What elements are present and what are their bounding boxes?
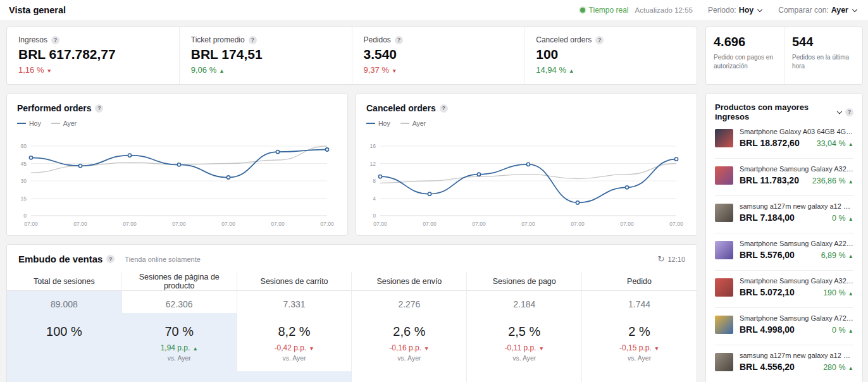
compare-dropdown[interactable]: Comparar con: Ayer xyxy=(778,6,857,15)
help-icon[interactable]: ? xyxy=(845,108,853,116)
product-name: Smartphone Samsung Galaxy A32 128GB xyxy=(740,165,853,173)
product-revenue: BRL 5.576,00 xyxy=(740,250,795,260)
kpi-delta: 1,16 %▼ xyxy=(18,65,168,75)
period-dropdown[interactable]: Periodo: Hoy xyxy=(708,6,762,15)
svg-text:07:00: 07:00 xyxy=(24,221,38,227)
funnel-percent: 2,6 % xyxy=(352,324,466,339)
product-thumbnail xyxy=(715,129,733,147)
funnel-count: 1.744 xyxy=(582,299,697,309)
funnel-column-header: Sesiones de envío xyxy=(352,272,466,291)
realtime-indicator: Tiempo real xyxy=(580,6,629,15)
funnel-vs-label: vs. Ayer xyxy=(237,354,352,362)
svg-text:07:00: 07:00 xyxy=(73,221,87,227)
counter-label: Pedido con pagos en autorización xyxy=(714,53,776,70)
kpi-value: BRL 174,51 xyxy=(191,47,340,62)
kpi-summary-card: Ingresos ? BRL 617.782,77 1,16 %▼ Ticket… xyxy=(6,27,697,85)
performed-orders-line-chart: 01530456007:0007:0007:0007:0007:0007:000… xyxy=(17,128,338,228)
topbar: Vista general Tiempo real Actualizado 12… xyxy=(0,0,868,20)
svg-text:07:00: 07:00 xyxy=(221,221,235,227)
canceled-orders-chart-card: Canceled orders ? Hoy Ayer 048121607:000… xyxy=(356,93,697,236)
funnel-delta-arrow-icon: ▼ xyxy=(309,345,314,352)
product-delta: 190 %▲ xyxy=(823,288,853,297)
funnel-percent: 70 % xyxy=(122,324,237,339)
product-thumbnail xyxy=(715,353,733,371)
product-thumbnail xyxy=(715,166,733,185)
funnel-column: Sesiones de pago 2.184 2,5 % -0,11 p.p.▼… xyxy=(466,272,581,382)
svg-text:60: 60 xyxy=(21,143,27,149)
funnel-column: Sesiones de envío 2.276 2,6 % -0,16 p.p.… xyxy=(351,272,466,382)
legend-item-hoy: Hoy xyxy=(17,120,41,127)
topbar-controls: Tiempo real Actualizado 12:55 Periodo: H… xyxy=(580,6,859,15)
legend-item-ayer: Ayer xyxy=(400,120,426,127)
legend-label: Hoy xyxy=(378,120,390,127)
product-list-item[interactable]: Smartphone Samsung Galaxy A32 128GB BRL … xyxy=(715,271,853,308)
funnel-delta-arrow-icon: ▲ xyxy=(192,345,197,352)
help-icon[interactable]: ? xyxy=(51,36,59,44)
funnel-bar xyxy=(237,371,352,382)
product-delta-arrow-icon: ▲ xyxy=(848,216,853,222)
svg-text:0: 0 xyxy=(373,213,376,219)
refresh-icon: ↻ xyxy=(658,255,665,263)
funnel-subtitle: Tienda online solamente xyxy=(125,256,200,263)
kpi-label: Pedidos xyxy=(364,35,391,44)
funnel-count: 2.276 xyxy=(352,299,466,309)
funnel-delta: 1,94 p.p.▲ xyxy=(122,343,237,352)
product-list-item[interactable]: samsung a127m new galaxy a12 64gb BRL 7.… xyxy=(715,196,853,233)
main-content: Ingresos ? BRL 617.782,77 1,16 %▼ Ticket… xyxy=(0,20,868,382)
help-icon[interactable]: ? xyxy=(95,104,103,113)
funnel-column-header: Pedido xyxy=(582,272,697,291)
product-revenue: BRL 5.072,10 xyxy=(740,287,795,297)
funnel-percent: 2 % xyxy=(582,324,697,339)
help-icon[interactable]: ? xyxy=(106,255,115,263)
legend-line-icon xyxy=(17,123,26,124)
page-title: Vista general xyxy=(9,5,66,15)
kpi-delta-value: 9,37 % xyxy=(364,65,389,75)
sales-funnel-card: Embudo de ventas ? Tienda online solamen… xyxy=(6,244,697,382)
product-revenue: BRL 4.556,20 xyxy=(740,362,795,372)
funnel-delta: -0,15 p.p.▼ xyxy=(582,343,697,352)
product-revenue: BRL 11.783,20 xyxy=(740,175,799,185)
funnel-column-body: 62.306 70 % 1,94 p.p.▲ vs. Ayer xyxy=(122,291,237,382)
kpi-label: Ticket promedio xyxy=(191,35,245,44)
svg-text:07:00: 07:00 xyxy=(571,221,585,227)
help-icon[interactable]: ? xyxy=(595,36,604,44)
svg-text:07:00: 07:00 xyxy=(620,221,634,227)
funnel-column-body: 89.008 100 % xyxy=(7,291,121,382)
product-delta: 0 %▲ xyxy=(832,214,853,223)
product-list-item[interactable]: samsung a127m new galaxy a12 64gb BRL 4.… xyxy=(715,345,853,382)
top-products-selector[interactable]: Productos con mayores ingresos ? xyxy=(715,102,853,121)
kpi-delta-arrow-icon: ▼ xyxy=(392,68,397,74)
funnel-delta-arrow-icon: ▼ xyxy=(424,345,429,352)
funnel-refresh-control[interactable]: ↻ 12:10 xyxy=(658,255,685,263)
funnel-delta-arrow-icon: ▼ xyxy=(654,345,659,352)
funnel-percent: 2,5 % xyxy=(467,324,581,339)
svg-text:07:00: 07:00 xyxy=(472,221,486,227)
help-icon[interactable]: ? xyxy=(440,104,448,113)
product-name: Smartphone Samsung Galaxy A32 128GB xyxy=(740,277,853,285)
funnel-vs-label: vs. Ayer xyxy=(467,354,581,362)
product-list-item[interactable]: Smartphone Samsung Galaxy A22 128GB BRL … xyxy=(715,233,853,271)
kpi-label: Canceled orders xyxy=(536,35,592,44)
kpi-section: Ingresos ? BRL 617.782,77 1,16 %▼ xyxy=(7,27,180,84)
product-list-item[interactable]: Smartphone Galaxy A03 64GB 4G Wi-Fi BRL … xyxy=(715,121,853,159)
kpi-value: BRL 617.782,77 xyxy=(18,47,168,62)
product-revenue: BRL 18.872,60 xyxy=(740,138,800,148)
kpi-section: Ticket promedio ? BRL 174,51 9,06 %▲ xyxy=(180,27,352,84)
performed-orders-chart-card: Performed orders ? Hoy Ayer 01530456007:… xyxy=(6,93,348,236)
compare-label: Comparar con: xyxy=(778,6,828,15)
svg-text:07:00: 07:00 xyxy=(172,221,186,227)
product-list-item[interactable]: Smartphone Samsung Galaxy A32 128GB BRL … xyxy=(715,159,853,196)
counter-label: Pedidos en la última hora xyxy=(792,53,855,70)
legend-label: Ayer xyxy=(63,120,77,127)
funnel-percent: 8,2 % xyxy=(237,324,352,339)
svg-text:16: 16 xyxy=(370,143,376,149)
chart-legend: Hoy Ayer xyxy=(17,120,337,127)
funnel-delta: -0,42 p.p.▼ xyxy=(237,343,352,352)
help-icon[interactable]: ? xyxy=(395,36,403,44)
product-list-item[interactable]: Smartphone Samsung Galaxy A72, Ca BRL 4.… xyxy=(715,308,853,345)
funnel-column: Pedido 1.744 2 % -0,15 p.p.▼ vs. Ayer xyxy=(581,272,697,382)
product-delta: 236,86 %▲ xyxy=(812,176,853,185)
product-delta-arrow-icon: ▲ xyxy=(848,141,853,147)
canceled-orders-line-chart: 048121607:0007:0007:0007:0007:0007:0007:… xyxy=(366,128,688,228)
help-icon[interactable]: ? xyxy=(249,36,257,44)
